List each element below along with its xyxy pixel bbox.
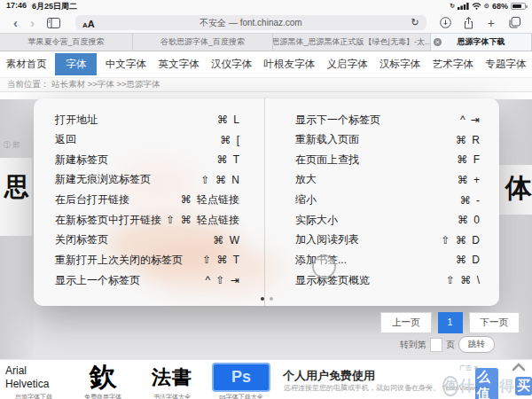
font-card-caption: 思源字体下载 bbox=[2, 393, 66, 399]
nav-chinese-fonts[interactable]: 中文字体 bbox=[102, 53, 150, 75]
font-preview-left: 思 bbox=[0, 158, 32, 236]
font-preview-right: 体 bbox=[499, 165, 532, 215]
nav-yiqi-fonts[interactable]: 义启字体 bbox=[324, 53, 372, 75]
url-title: 不安全 — font.chinaz.com bbox=[75, 17, 426, 29]
menu-item-add-to-reading-list[interactable]: 加入阅读列表⇧ ⌘ D bbox=[295, 231, 480, 250]
menu-item-label: 显示下一个标签页 bbox=[295, 113, 380, 128]
goto-jump-button[interactable]: 跳转 bbox=[458, 336, 495, 353]
menu-item-label: 在新标签页中打开链接 bbox=[55, 213, 161, 228]
calligraphy-glyph: 法書 bbox=[152, 364, 192, 391]
menu-item-label: 放大 bbox=[295, 172, 317, 187]
forward-button[interactable]: › bbox=[24, 16, 41, 29]
back-button[interactable]: ‹ bbox=[7, 16, 24, 29]
cellular-icon bbox=[458, 3, 469, 10]
download-icon[interactable] bbox=[435, 17, 456, 28]
reload-button[interactable]: ↻ bbox=[411, 17, 419, 28]
menu-item-shortcut: ⇧ ⌘ \ bbox=[446, 274, 480, 286]
sidebar-icon[interactable] bbox=[41, 18, 66, 28]
nav-hanbiao-fonts[interactable]: 汉标字体 bbox=[376, 53, 424, 75]
menu-item-label: 加入阅读列表 bbox=[295, 232, 359, 247]
menu-item-reload-page[interactable]: 重新载入页面⌘ R bbox=[295, 130, 480, 150]
tab-label: 谷歌思源字体_百度搜索 bbox=[160, 36, 245, 48]
font-card-calligraphy-1[interactable]: 欽 免费商用字体 bbox=[71, 363, 135, 399]
battery-icon bbox=[511, 3, 526, 10]
menu-item-new-private-tab[interactable]: 新建无痕浏览标签页⇧ ⌘ N bbox=[55, 170, 239, 190]
page-info-snippet: ① 部 bbox=[4, 140, 20, 150]
tab-2[interactable]: 谷歌思源字体_百度搜索 bbox=[133, 34, 273, 51]
nav-hanyi-fonts[interactable]: 汉仪字体 bbox=[207, 53, 255, 75]
menu-item-shortcut: ⌘ 0 bbox=[458, 214, 480, 226]
calligraphy-glyph: 欽 bbox=[89, 363, 118, 392]
next-page-button[interactable]: 下一页 bbox=[469, 312, 520, 333]
menu-item-open-address[interactable]: 打开地址⌘ L bbox=[55, 110, 239, 129]
menu-item-zoom-out[interactable]: 缩小⌘ - bbox=[295, 191, 480, 210]
menu-item-shortcut: ⇧ ⌘ T bbox=[202, 254, 239, 266]
nav-yegenyou-fonts[interactable]: 叶根友字体 bbox=[261, 53, 319, 75]
smzdm-logo-icon: 值 bbox=[442, 376, 458, 396]
tabs-overview-icon[interactable] bbox=[505, 17, 525, 28]
menu-item-label: 显示上一个标签页 bbox=[55, 273, 140, 288]
photoshop-icon: Ps bbox=[212, 363, 270, 392]
nav-home[interactable]: 素材首页 bbox=[3, 53, 51, 75]
goto-prefix-label: 转到第 bbox=[400, 339, 426, 351]
goto-page-input[interactable] bbox=[430, 338, 442, 352]
menu-item-go-back[interactable]: 返回⌘ [ bbox=[55, 130, 239, 150]
site-nav: 素材首页 字体 中文字体 英文字体 汉仪字体 叶根友字体 义启字体 汉标字体 艺… bbox=[0, 51, 532, 78]
menu-item-close-tab[interactable]: 关闭标签页⌘ W bbox=[55, 231, 239, 250]
font-card-calligraphy-2[interactable]: 法書 书法字体大全 bbox=[140, 363, 204, 399]
new-tab-icon[interactable]: + bbox=[481, 17, 501, 29]
nav-english-fonts[interactable]: 英文字体 bbox=[154, 53, 202, 75]
menu-item-zoom-in[interactable]: 放大⌘ + bbox=[295, 170, 480, 190]
menu-item-new-tab[interactable]: 新建标签页⌘ T bbox=[55, 150, 239, 169]
menu-item-shortcut: ^ ⇧ ⇥ bbox=[206, 274, 239, 286]
keyboard-shortcuts-menu: 打开地址⌘ L 返回⌘ [ 新建标签页⌘ T 新建无痕浏览标签页⇧ ⌘ N 在后… bbox=[34, 98, 499, 306]
menu-item-actual-size[interactable]: 实际大小⌘ 0 bbox=[295, 210, 480, 230]
nav-art-fonts[interactable]: 艺术字体 bbox=[429, 53, 477, 75]
tab-close-icon[interactable]: ✕ bbox=[434, 38, 442, 46]
menu-item-show-previous-tab[interactable]: 显示上一个标签页^ ⇧ ⇥ bbox=[55, 270, 239, 290]
tab-label: 思源黑体_思源黑体正式版【绿色|无毒】-太... bbox=[273, 36, 431, 48]
rotation-lock-icon: ↻ bbox=[450, 3, 455, 10]
page-area: ① 部 思 体 打开地址⌘ L 返回⌘ [ 新建标签页⌘ T 新建无痕浏览标签页… bbox=[0, 92, 532, 359]
touch-pointer-indicator bbox=[312, 254, 336, 278]
prev-page-button[interactable]: 上一页 bbox=[380, 312, 432, 333]
font-card-photoshop[interactable]: Ps ps字体下载大全 bbox=[209, 363, 273, 399]
page-dot-active bbox=[261, 297, 264, 301]
menu-item-open-link-new-tab[interactable]: 在新标签页中打开链接⇧ ⌘ 轻点链接 bbox=[55, 210, 239, 230]
goto-page: 转到第 页 跳转 bbox=[400, 336, 495, 353]
ad-title[interactable]: 个人用户免费使用 bbox=[283, 368, 375, 384]
menu-item-shortcut: ⌘ W bbox=[213, 234, 239, 246]
menu-item-show-next-tab[interactable]: 显示下一个标签页^ ⇥ bbox=[295, 110, 480, 129]
menu-item-label: 新建无痕浏览标签页 bbox=[55, 172, 151, 187]
nav-font-active[interactable]: 字体 bbox=[55, 53, 97, 75]
menu-item-shortcut: ⌘ + bbox=[458, 174, 480, 186]
menu-item-shortcut: ⇧ ⌘ D bbox=[442, 234, 480, 246]
menu-item-label: 新建标签页 bbox=[55, 153, 108, 168]
menu-item-label: 在后台打开链接 bbox=[55, 192, 129, 207]
menu-item-shortcut: ⌘ L bbox=[217, 113, 239, 126]
tab-4-active[interactable]: ✕ 思源字体下载 bbox=[431, 34, 532, 51]
menu-item-shortcut: ⌘ 轻点链接 bbox=[181, 192, 239, 207]
menu-item-reopen-closed-tab[interactable]: 重新打开上次关闭的标签页⇧ ⌘ T bbox=[55, 250, 239, 270]
menu-item-shortcut: ⌘ R bbox=[456, 134, 480, 146]
font-card-caption: ps字体下载大全 bbox=[209, 393, 273, 399]
footer: ArialHelvetica 思源字体下载 欽 免费商用字体 法書 书法字体大全… bbox=[0, 359, 532, 399]
pagination: 上一页 1 下一页 bbox=[380, 312, 520, 333]
nav-topic-fonts[interactable]: 专题字体 bbox=[481, 53, 529, 75]
tab-1[interactable]: 苹果夏令营_百度搜索 bbox=[0, 34, 133, 51]
menu-column-right: 显示下一个标签页^ ⇥ 重新载入页面⌘ R 在页面上查找⌘ F 放大⌘ + 缩小… bbox=[264, 98, 499, 306]
menu-item-label: 重新载入页面 bbox=[295, 132, 359, 147]
current-page-button[interactable]: 1 bbox=[438, 312, 463, 333]
address-bar[interactable]: AA 不安全 — font.chinaz.com ↻ bbox=[75, 15, 426, 30]
font-card-arial[interactable]: ArialHelvetica 思源字体下载 bbox=[2, 363, 66, 399]
share-icon[interactable] bbox=[459, 17, 478, 29]
menu-item-open-link-background[interactable]: 在后台打开链接⌘ 轻点链接 bbox=[55, 191, 239, 210]
menu-item-label: 在页面上查找 bbox=[295, 153, 359, 168]
status-bar: 17:46 6月25日周二 ↻ ⊙ 68% bbox=[0, 0, 532, 12]
page-dot-inactive bbox=[270, 297, 273, 301]
tab-label: 苹果夏令营_百度搜索 bbox=[27, 36, 104, 48]
menu-item-find-on-page[interactable]: 在页面上查找⌘ F bbox=[295, 150, 480, 169]
tab-3[interactable]: 思源黑体_思源黑体正式版【绿色|无毒】-太... bbox=[273, 34, 431, 51]
menu-column-left: 打开地址⌘ L 返回⌘ [ 新建标签页⌘ T 新建无痕浏览标签页⇧ ⌘ N 在后… bbox=[34, 98, 264, 306]
menu-item-shortcut: ⌘ [ bbox=[220, 134, 239, 146]
